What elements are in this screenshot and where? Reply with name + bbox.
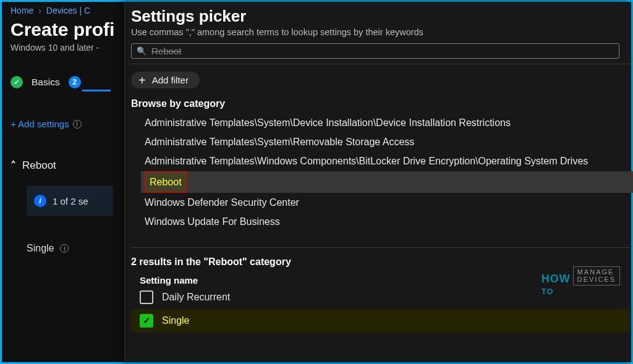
group-info-text: 1 of 2 se [53,196,88,206]
add-filter-button[interactable]: + Add filter [131,72,200,88]
result-row[interactable]: Single [131,309,629,332]
search-input[interactable]: 🔍 Reboot [131,43,619,59]
category-list: Administrative Templates\System\Device I… [131,113,629,231]
breadcrumb[interactable]: Home › Devices | C [11,4,125,15]
setting-single-label: Single [27,243,54,254]
divider [131,64,632,64]
info-icon[interactable]: i [60,244,69,253]
plus-icon: + [138,76,146,85]
step-basics-label[interactable]: Basics [32,77,60,88]
category-item[interactable]: Reboot [141,171,633,193]
watermark-box: MANAGEDEVICES [573,266,620,286]
wizard-active-underline [82,90,111,91]
group-reboot-title: Reboot [22,159,56,172]
result-label: Single [162,315,189,326]
group-info-card[interactable]: i 1 of 2 se [27,186,113,216]
setting-single-row[interactable]: Single i [27,243,125,254]
category-item[interactable]: Windows Update For Business [145,212,629,231]
breadcrumb-home[interactable]: Home [11,6,33,15]
step-active-icon: 2 [69,76,81,88]
watermark-to: TO [542,287,554,296]
category-item[interactable]: Administrative Templates\Windows Compone… [145,151,629,171]
category-item[interactable]: Windows Defender Security Center [145,193,629,212]
results-heading: 2 results in the "Reboot" category [131,247,632,268]
wizard-steps: Basics 2 [11,76,125,88]
search-icon: 🔍 [137,46,147,56]
step-done-icon [11,76,23,88]
info-badge-icon: i [34,195,46,207]
category-item-selected-label: Reboot [145,171,187,193]
flyout-title: Settings picker [131,7,629,26]
settings-picker-flyout: Settings picker Use commas "," among sea… [124,2,631,362]
search-value: Reboot [151,46,181,56]
breadcrumb-sep-1: › [38,6,41,15]
info-icon[interactable]: i [73,120,82,129]
checkbox[interactable] [140,314,153,328]
page-subtitle: Windows 10 and later - [11,43,125,53]
group-reboot-header[interactable]: Reboot [11,159,125,172]
add-settings-link[interactable]: + Add settings i [11,119,125,129]
checkbox[interactable] [140,290,153,304]
category-item[interactable]: Administrative Templates\System\Removabl… [145,132,629,151]
chevron-up-icon [11,159,16,172]
watermark: HOWMANAGEDEVICES TO [542,266,620,297]
flyout-subtitle: Use commas "," among search terms to loo… [131,27,629,37]
page-title: Create profi [11,19,125,40]
category-item[interactable]: Administrative Templates\System\Device I… [145,113,629,132]
browse-by-category-label: Browse by category [131,98,629,109]
watermark-how: HOW [542,272,571,284]
result-label: Daily Recurrent [162,292,230,303]
add-settings-label: + Add settings [11,119,69,129]
breadcrumb-devices[interactable]: Devices | C [46,6,90,15]
add-filter-label: Add filter [152,75,189,85]
